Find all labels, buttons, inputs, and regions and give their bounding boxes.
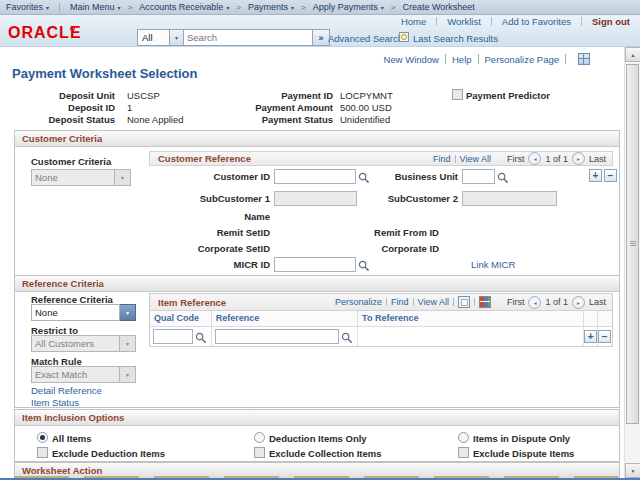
breadcrumb-current-page: Create Worksheet [402, 2, 474, 12]
exclude-dispute-items-label: Exclude Dispute Items [473, 448, 574, 459]
personalize-layout-icon[interactable] [578, 53, 590, 65]
scroll-down-icon[interactable]: ▼ [625, 463, 640, 478]
application-window: Favorites ▾ Main Menu ▾ > Accounts Recei… [0, 0, 640, 480]
breadcrumb-create-worksheet: Create Worksheet [402, 2, 474, 12]
name-label: Name [149, 211, 270, 222]
find-link[interactable]: Find [391, 297, 409, 307]
exclude-dispute-items-checkbox [458, 447, 469, 458]
scroll-up-icon[interactable]: ▲ [625, 47, 640, 62]
previous-row-icon[interactable]: ◂ [528, 296, 541, 309]
customer-id-input[interactable] [274, 169, 356, 184]
breadcrumb-favorites[interactable]: Favorites ▾ [6, 2, 49, 12]
scrollbar-thumb[interactable] [626, 64, 639, 424]
exclude-deduction-items-label: Exclude Deduction Items [52, 448, 165, 459]
add-row-button[interactable]: + [589, 169, 602, 182]
corporate-id-label: Corporate ID [331, 243, 439, 254]
chevron-down-icon: ▾ [291, 4, 294, 11]
worklist-link[interactable]: Worklist [447, 16, 481, 27]
item-inclusion-section: Item Inclusion Options All Items Deducti… [14, 409, 620, 462]
link-divider [386, 298, 387, 306]
next-row-icon[interactable]: ▸ [572, 296, 585, 309]
download-grid-icon[interactable] [479, 296, 491, 308]
breadcrumb-item-label: Accounts Receivable [139, 2, 223, 12]
customer-criteria-header: Customer Criteria [15, 131, 619, 147]
search-input[interactable] [184, 29, 313, 46]
all-items-radio[interactable] [37, 432, 48, 443]
business-unit-input[interactable] [462, 169, 495, 184]
delete-row-button[interactable]: − [598, 330, 611, 343]
subcustomer2-input [462, 191, 557, 206]
worksheet-action-header: Worksheet Action [15, 463, 619, 477]
help-link[interactable]: Help [452, 54, 472, 65]
add-to-favorites-link[interactable]: Add to Favorites [502, 16, 571, 27]
registered-mark-icon [70, 26, 75, 31]
home-link[interactable]: Home [401, 16, 426, 27]
items-in-dispute-only-label: Items in Dispute Only [473, 433, 570, 444]
breadcrumb: Favorites ▾ Main Menu ▾ > Accounts Recei… [0, 0, 640, 15]
micr-id-input[interactable] [274, 257, 356, 272]
deposit-status-label: Deposit Status [40, 114, 115, 125]
link-divider [436, 17, 437, 26]
breadcrumb-separator-icon: > [301, 3, 306, 12]
reference-criteria-select[interactable]: None ▾ [31, 304, 136, 321]
personalize-link[interactable]: Personalize [335, 297, 382, 307]
reference-lookup-icon[interactable] [341, 330, 353, 342]
personalize-page-link[interactable]: Personalize Page [485, 54, 559, 65]
deduction-items-only-radio[interactable] [254, 432, 265, 443]
search-scope-dropdown-icon[interactable]: ▾ [170, 29, 184, 46]
breadcrumb-accounts-receivable[interactable]: Accounts Receivable ▾ [139, 2, 229, 12]
advanced-search-link[interactable]: Advanced Search [328, 33, 403, 44]
breadcrumb-item-label: Main Menu [70, 2, 115, 12]
last-search-results-link[interactable]: Last Search Results [413, 33, 498, 44]
view-all-link[interactable]: View All [418, 297, 449, 307]
breadcrumb-main-menu[interactable]: Main Menu ▾ [70, 2, 121, 12]
items-in-dispute-only-radio[interactable] [458, 432, 469, 443]
previous-row-icon[interactable]: ◂ [528, 152, 541, 165]
delete-row-button[interactable]: − [604, 169, 617, 182]
reference-cell [212, 327, 358, 346]
breadcrumb-separator-icon: > [236, 3, 241, 12]
breadcrumb-apply-payments[interactable]: Apply Payments ▾ [313, 2, 384, 12]
payment-amount-value: 500.00 USD [340, 102, 392, 113]
add-row-button[interactable]: + [584, 330, 597, 343]
search-scope-select[interactable]: All [137, 29, 170, 46]
qual-code-lookup-icon[interactable] [195, 330, 207, 342]
vertical-scrollbar[interactable]: ▲ ▼ [624, 47, 640, 478]
breadcrumb-separator-icon: > [128, 3, 133, 12]
find-link[interactable]: Find [433, 154, 451, 164]
item-reference-nav: Personalize Find View All First ◂ 1 of 1… [335, 296, 606, 309]
view-all-columns-icon[interactable] [458, 296, 470, 308]
subcustomer1-input [274, 191, 357, 206]
breadcrumb-payments[interactable]: Payments ▾ [248, 2, 294, 12]
payment-status-value: Unidentified [340, 114, 390, 125]
last-label: Last [589, 154, 606, 164]
corporate-setid-label: Corporate SetID [149, 243, 270, 254]
item-status-link[interactable]: Item Status [31, 397, 79, 408]
new-window-link[interactable]: New Window [384, 54, 439, 65]
qual-code-input[interactable] [153, 329, 193, 344]
subcustomer2-label: SubCustomer 2 [351, 193, 458, 204]
chevron-down-icon[interactable]: ▾ [120, 304, 136, 321]
detail-reference-link[interactable]: Detail Reference [31, 385, 102, 396]
row-count: 1 of 1 [545, 297, 568, 307]
row-count: 1 of 1 [545, 154, 568, 164]
view-all-link[interactable]: View All [460, 154, 491, 164]
chevron-down-icon: ▾ [120, 366, 136, 383]
business-unit-lookup-icon[interactable] [497, 170, 509, 182]
customer-criteria-select-value: None [31, 169, 115, 186]
breadcrumb-item-label: Apply Payments [313, 2, 378, 12]
item-inclusion-header: Item Inclusion Options [15, 410, 619, 426]
chevron-down-icon: ▾ [118, 4, 121, 11]
sign-out-link[interactable]: Sign out [592, 16, 630, 27]
restrict-to-select-value: All Customers [31, 335, 120, 352]
next-row-icon[interactable]: ▸ [572, 152, 585, 165]
reference-input[interactable] [215, 329, 339, 344]
micr-id-lookup-icon[interactable] [358, 258, 370, 270]
link-micr-link[interactable]: Link MICR [471, 259, 515, 270]
action-column-header [584, 311, 598, 326]
reference-column-header: Reference [212, 311, 358, 326]
qual-code-cell [150, 327, 212, 346]
deduction-items-only-label: Deduction Items Only [269, 433, 367, 444]
link-divider [581, 17, 582, 26]
deposit-id-value: 1 [127, 102, 132, 113]
